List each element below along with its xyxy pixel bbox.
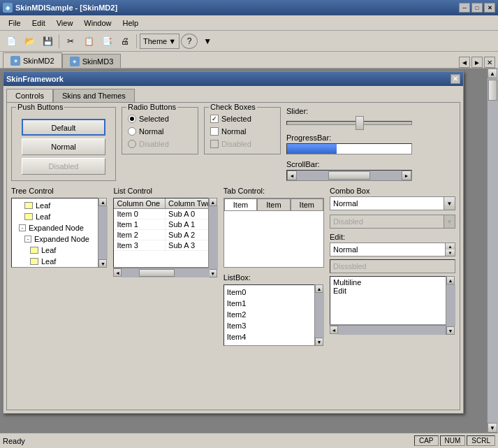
list-box[interactable]: Column One Column Two Item 0 Sub A 0 Ite… [113,198,217,268]
slider-thumb[interactable] [356,116,364,130]
combo-normal-arrow[interactable]: ▼ [444,197,455,210]
multiline-hscroll-left[interactable]: ◄ [330,326,338,334]
multiline-edit[interactable]: Multiline Edit [330,276,455,325]
multiline-scroll-up[interactable]: ▲ [446,276,455,284]
default-button[interactable]: Default [22,119,105,136]
tree-box[interactable]: Leaf Leaf - Expanded Node [11,198,108,268]
listbox-item[interactable]: Item1 [227,298,311,309]
spin-down[interactable]: ▼ [445,250,455,256]
combo-disabled-arrow: ▼ [444,215,455,228]
listbox[interactable]: Item0 Item1 Item2 Item3 Item4 Item5 Item… [224,284,324,346]
tab-control-tab-item3[interactable]: Item [291,198,323,210]
tab-nav-next[interactable]: ► [471,57,483,68]
list-col1-header[interactable]: Column One [114,198,166,208]
scrollbar-right-arrow[interactable]: ► [402,171,411,180]
tree-item-expanded[interactable]: - Expanded Node [13,222,105,233]
close-button[interactable]: ✕ [484,3,495,13]
combo-normal[interactable]: Normal ▼ [330,196,455,210]
menu-help[interactable]: Help [117,17,144,29]
maximize-button[interactable]: □ [471,3,483,13]
list-row[interactable]: Item 3 Sub A 3 [114,240,217,251]
menu-edit[interactable]: Edit [27,17,51,29]
toolbar-new[interactable]: 📄 [3,34,20,49]
main-scroll-down[interactable]: ▼ [488,423,497,433]
toolbar-print[interactable]: 🖨 [117,34,133,49]
listbox-item[interactable]: Item2 [227,309,311,320]
scrollbar-inner[interactable] [297,171,402,180]
toolbar-paste[interactable]: 📑 [98,34,115,49]
main-scroll-thumb[interactable] [488,80,497,101]
listbox-item[interactable]: Item5 [227,342,311,346]
list-scroll-up[interactable]: ▲ [209,198,217,206]
tree-expander[interactable]: - [19,224,26,231]
dialog-tab-controls[interactable]: Controls [6,89,53,103]
radio-normal-circle[interactable] [128,127,136,136]
list-hscroll-track [122,268,209,277]
tree-scroll-up[interactable]: ▲ [98,198,107,206]
menu-view[interactable]: View [51,17,79,29]
edit-spinbox[interactable]: Normal ▲ ▼ [330,243,455,256]
toolbar-open[interactable]: 📂 [21,34,38,49]
list-scrollbar[interactable]: ▲ ▼ [208,198,218,277]
tree-item-expanded[interactable]: - Expanded Node [13,233,105,245]
tree-item[interactable]: Leaf [13,200,105,211]
radio-normal[interactable]: Normal [128,127,192,136]
tab-control-tab-item2[interactable]: Item [257,198,290,210]
toolbar-save[interactable]: 💾 [39,34,56,49]
tree-scrollbar[interactable]: ▲ ▼ [98,198,108,268]
toolbar-cut[interactable]: ✂ [62,34,79,49]
list-scroll-down[interactable]: ▼ [209,269,217,277]
tree-scroll-down[interactable]: ▼ [98,259,107,268]
radio-selected-circle[interactable] [128,115,136,123]
dialog-close-button[interactable]: ✕ [451,74,460,84]
list-row[interactable]: Item 1 Sub A 1 [114,219,217,230]
listbox-item[interactable]: Item3 [227,320,311,331]
slider-track[interactable] [286,121,412,125]
main-scroll-up[interactable]: ▲ [488,68,497,78]
list-row[interactable]: Item 2 Sub A 2 [114,230,217,240]
disabled-button: Disabled [22,158,105,175]
list-row[interactable]: Item 0 Sub A 0 [114,209,217,219]
normal-button[interactable]: Normal [22,138,105,155]
list-hscroll-left[interactable]: ◄ [113,268,122,277]
tab-skinmd3[interactable]: ◈ SkinMD3 [62,54,122,68]
dialog-tab-skins[interactable]: Skins and Themes [53,89,135,102]
multiline-scrollbar[interactable]: ▲ ▼ [446,276,455,335]
main-scrollbar[interactable]: ▲ ▼ [487,68,498,433]
tab-nav-prev[interactable]: ◄ [459,57,470,68]
main-scroll-track[interactable] [488,78,498,423]
scrollbar-track[interactable]: ◄ ► [286,170,412,181]
check-selected-box[interactable]: ✓ [210,115,219,123]
tree-item[interactable]: Leaf [13,211,105,222]
list-hscrollbar[interactable]: ◄ ► [113,268,217,277]
check-normal[interactable]: Normal [210,127,274,136]
check-selected[interactable]: ✓ Selected [210,115,274,123]
menu-file[interactable]: File [3,17,27,29]
menu-window[interactable]: Window [78,17,117,29]
tab-nav-close[interactable]: ✕ [484,57,495,68]
radio-selected[interactable]: Selected [128,115,192,123]
listbox-item[interactable]: Item4 [227,331,311,342]
tab-skinmd2[interactable]: ◈ SkinMD2 [3,52,62,68]
listbox-scrollbar[interactable]: ▲ ▼ [314,284,324,346]
tab-control-box: Item Item Item [224,198,324,268]
tree-expander[interactable]: - [24,236,31,243]
tree-item[interactable]: Leaf [13,256,105,267]
theme-button[interactable]: Theme ▼ [140,34,180,49]
scrollbar-left-arrow[interactable]: ◄ [287,171,297,180]
tab-control-tab-item1[interactable]: Item [224,198,257,210]
check-normal-box[interactable] [210,127,219,136]
multiline-scroll-down[interactable]: ▼ [446,326,455,335]
help-button[interactable]: ? [181,34,198,49]
listbox-scroll-down[interactable]: ▼ [315,338,323,346]
spin-up[interactable]: ▲ [445,243,455,250]
listbox-scroll-up[interactable]: ▲ [315,284,323,293]
listbox-item[interactable]: Item0 [227,287,311,298]
tree-item[interactable]: Leaf [13,245,105,256]
toolbar-copy[interactable]: 📋 [80,34,97,49]
minimize-button[interactable]: ─ [459,3,470,13]
toolbar-extra[interactable]: ▼ [199,34,216,49]
multiline-hscrollbar[interactable]: ◄ ► [330,325,455,335]
scrollbar-thumb[interactable] [328,171,370,180]
tree-item[interactable]: Leaf [13,267,105,268]
